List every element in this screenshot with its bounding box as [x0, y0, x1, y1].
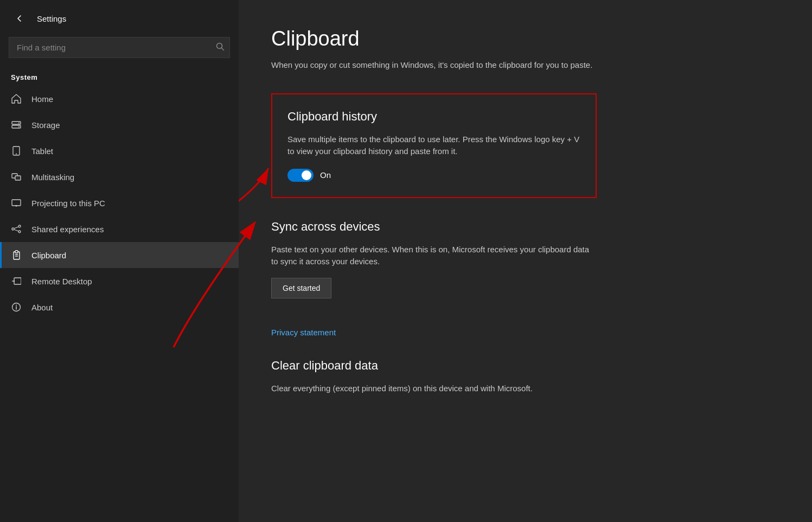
multitasking-icon: [11, 171, 22, 182]
clipboard-history-toggle[interactable]: [287, 169, 314, 182]
sidebar-item-multitasking[interactable]: Multitasking: [0, 164, 239, 190]
sidebar-item-label-storage: Storage: [31, 120, 60, 130]
search-icon[interactable]: [216, 42, 225, 53]
svg-point-7: [16, 154, 17, 155]
svg-rect-24: [14, 278, 21, 284]
clear-section: Clear clipboard data Clear everything (e…: [271, 359, 597, 395]
svg-rect-9: [15, 176, 21, 180]
svg-line-16: [14, 227, 18, 228]
privacy-statement-link[interactable]: Privacy statement: [271, 328, 336, 337]
svg-point-14: [18, 225, 21, 227]
tablet-icon: [11, 145, 22, 156]
clear-desc: Clear everything (except pinned items) o…: [271, 383, 597, 395]
sidebar-item-label-shared: Shared experiences: [31, 225, 104, 234]
svg-line-17: [14, 230, 18, 231]
sidebar-header: Settings: [0, 0, 239, 37]
page-title: Clipboard: [271, 27, 779, 50]
about-icon: [11, 302, 22, 313]
search-input[interactable]: [9, 37, 230, 58]
sidebar-item-home[interactable]: Home: [0, 86, 239, 112]
shared-icon: [11, 224, 22, 234]
svg-rect-10: [12, 200, 21, 206]
sidebar: Settings System Home Stor: [0, 0, 239, 522]
clipboard-icon: [11, 250, 22, 260]
svg-rect-19: [15, 251, 18, 253]
sidebar-item-label-multitasking: Multitasking: [31, 173, 74, 182]
sidebar-item-label-projecting: Projecting to this PC: [31, 199, 105, 208]
remote-icon: [11, 276, 22, 287]
svg-point-5: [18, 126, 20, 128]
sidebar-item-projecting[interactable]: Projecting to this PC: [0, 190, 239, 216]
clear-title: Clear clipboard data: [271, 359, 597, 373]
history-desc: Save multiple items to the clipboard to …: [287, 133, 580, 158]
sidebar-item-label-clipboard: Clipboard: [31, 251, 66, 260]
toggle-thumb: [302, 170, 311, 180]
storage-icon: [11, 119, 22, 130]
svg-point-15: [18, 231, 21, 233]
svg-point-13: [12, 228, 14, 230]
sidebar-item-storage[interactable]: Storage: [0, 112, 239, 138]
toggle-row: On: [287, 169, 580, 182]
toggle-state-label: On: [320, 170, 331, 180]
system-section-label: System: [0, 69, 239, 86]
projecting-icon: [11, 198, 22, 208]
svg-point-27: [16, 305, 17, 306]
clipboard-history-section: Clipboard history Save multiple items to…: [271, 93, 597, 198]
sidebar-item-shared[interactable]: Shared experiences: [0, 216, 239, 242]
settings-title: Settings: [37, 14, 66, 23]
get-started-button[interactable]: Get started: [271, 278, 331, 298]
sidebar-item-clipboard[interactable]: Clipboard: [0, 242, 239, 268]
sidebar-item-tablet[interactable]: Tablet: [0, 138, 239, 164]
sidebar-item-label-home: Home: [31, 94, 53, 104]
sidebar-item-label-remote: Remote Desktop: [31, 277, 92, 286]
history-title: Clipboard history: [287, 110, 580, 124]
svg-point-4: [18, 123, 20, 124]
svg-line-1: [222, 48, 224, 50]
sidebar-item-label-about: About: [31, 303, 53, 312]
home-icon: [11, 93, 22, 104]
sync-section: Sync across devices Paste text on your o…: [271, 220, 597, 298]
sidebar-item-remote[interactable]: Remote Desktop: [0, 268, 239, 294]
sync-desc: Paste text on your other devices. When t…: [271, 244, 597, 268]
sidebar-item-label-tablet: Tablet: [31, 147, 53, 156]
sync-title: Sync across devices: [271, 220, 597, 234]
sidebar-item-about[interactable]: About: [0, 294, 239, 320]
main-content: Clipboard When you copy or cut something…: [239, 0, 812, 522]
search-box: [9, 37, 230, 58]
back-button[interactable]: [11, 10, 28, 27]
page-description: When you copy or cut something in Window…: [271, 59, 779, 72]
